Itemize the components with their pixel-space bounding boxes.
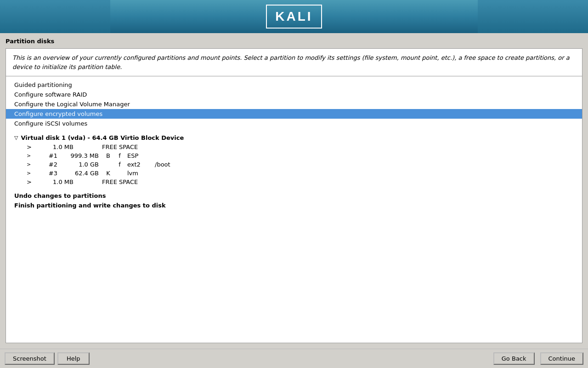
partition-flag2-2: f <box>114 161 125 168</box>
header: KALI <box>0 0 588 33</box>
partition-size-3: 62.4 GB <box>61 170 102 177</box>
partition-arrow-3: > <box>27 170 36 176</box>
partition-num-2: #2 <box>36 161 61 168</box>
free-size-2: 1.0 MB <box>36 178 77 185</box>
description-box: This is an overview of your currently co… <box>6 48 582 76</box>
partition-flag1-1: B <box>102 152 114 159</box>
disk-header[interactable]: ▽ Virtual disk 1 (vda) - 64.4 GB Virtio … <box>6 133 582 143</box>
free-label-2: FREE SPACE <box>100 178 138 185</box>
partition-arrow-1: > <box>27 153 36 159</box>
free-size-1: 1.0 MB <box>36 144 77 150</box>
partition-flag2-1: f <box>114 152 125 159</box>
menu-item-guided[interactable]: Guided partitioning <box>6 80 582 90</box>
partition-arrow-2: > <box>27 161 36 167</box>
screenshot-button[interactable]: Screenshot <box>5 352 55 365</box>
page-title: Partition disks <box>6 38 582 45</box>
partition-arrow-free-2: > <box>27 178 36 185</box>
partition-num-1: #1 <box>36 152 61 159</box>
partition-size-1: 999.3 MB <box>61 152 102 159</box>
partition-row-3[interactable]: > #3 62.4 GB K lvm <box>6 169 582 178</box>
disk-label: Virtual disk 1 (vda) - 64.4 GB Virtio Bl… <box>21 134 184 141</box>
partition-list-container: Guided partitioning Configure software R… <box>6 76 582 343</box>
menu-item-encrypted[interactable]: Configure encrypted volumes <box>6 109 582 119</box>
bottom-right-buttons: Go Back Continue <box>493 352 583 365</box>
partition-flag1-3: K <box>102 170 114 177</box>
partition-type-2: ext2 <box>125 161 153 168</box>
bottom-left-buttons: Screenshot Help <box>5 352 90 365</box>
partition-type-1: ESP <box>125 152 153 159</box>
partition-row-free-1[interactable]: > 1.0 MB FREE SPACE <box>6 143 582 151</box>
bottom-bar: Screenshot Help Go Back Continue <box>0 349 588 368</box>
go-back-button[interactable]: Go Back <box>493 352 535 365</box>
action-finish[interactable]: Finish partitioning and write changes to… <box>6 201 582 210</box>
partition-row-2[interactable]: > #2 1.0 GB f ext2 /boot <box>6 160 582 169</box>
menu-item-iscsi[interactable]: Configure iSCSI volumes <box>6 119 582 128</box>
partition-arrow-free-1: > <box>27 144 36 150</box>
header-left-panel <box>0 0 110 33</box>
menu-item-lvm[interactable]: Configure the Logical Volume Manager <box>6 99 582 109</box>
action-undo[interactable]: Undo changes to partitions <box>6 191 582 201</box>
partition-num-3: #3 <box>36 170 61 177</box>
partition-row-free-2[interactable]: > 1.0 MB FREE SPACE <box>6 178 582 186</box>
description-text: This is an overview of your currently co… <box>12 54 570 70</box>
help-button[interactable]: Help <box>57 352 90 365</box>
menu-item-software-raid[interactable]: Configure software RAID <box>6 90 582 99</box>
disk-expand-icon: ▽ <box>14 135 18 141</box>
separator-2 <box>6 186 582 191</box>
free-label-1: FREE SPACE <box>100 144 138 150</box>
partition-row-1[interactable]: > #1 999.3 MB B f ESP <box>6 151 582 160</box>
header-right-panel <box>478 0 588 33</box>
separator-1 <box>6 128 582 133</box>
main-content: Partition disks This is an overview of y… <box>0 33 588 348</box>
partition-mount-2: /boot <box>153 161 190 168</box>
continue-button[interactable]: Continue <box>540 352 583 365</box>
partition-size-2: 1.0 GB <box>61 161 102 168</box>
kali-logo: KALI <box>266 5 322 29</box>
partition-type-3: lvm <box>125 170 153 177</box>
